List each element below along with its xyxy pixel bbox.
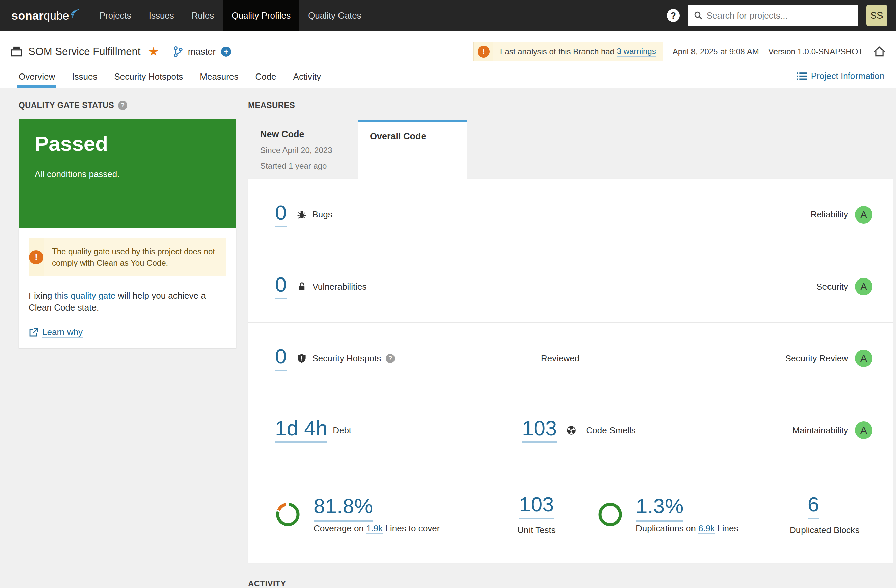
analysis-warning-box: ! Last analysis of this Branch had 3 war… — [474, 42, 663, 61]
measures-panel: MEASURES New Code Since April 20, 2023 S… — [248, 100, 893, 588]
overall-code-label: Overall Code — [370, 131, 455, 141]
security-label: Security — [816, 281, 848, 292]
security-review-rating-badge: A — [855, 349, 872, 367]
hotspots-label: Security Hotspots — [312, 353, 381, 364]
debt-label: Debt — [333, 425, 351, 436]
maintainability-rating-badge: A — [855, 421, 872, 439]
search-input[interactable] — [707, 11, 852, 21]
tab-security-hotspots[interactable]: Security Hotspots — [114, 71, 183, 88]
nav-item-quality-gates[interactable]: Quality Gates — [299, 0, 370, 31]
user-avatar[interactable]: SS — [866, 5, 887, 26]
code-smells-label: Code Smells — [586, 425, 635, 436]
coverage-donut-chart — [275, 502, 301, 527]
hotspots-help-icon[interactable]: ? — [386, 354, 395, 363]
nav-item-projects[interactable]: Projects — [91, 0, 140, 31]
project-version: Version 1.0.0-SNAPSHOT — [768, 47, 863, 56]
brand-bold: sonar — [11, 9, 44, 22]
add-branch-icon[interactable]: + — [221, 47, 231, 57]
warning-icon: ! — [29, 250, 43, 264]
quality-gate-link[interactable]: this quality gate — [55, 291, 116, 301]
duplicated-lines-link[interactable]: 6.9k — [698, 523, 715, 534]
coverage-cell: 81.8% Coverage on 1.9k Lines to cover 10… — [248, 466, 570, 563]
security-review-label: Security Review — [785, 353, 848, 364]
warnings-link[interactable]: 3 warnings — [617, 47, 656, 57]
duplications-caption-suffix: Lines — [715, 523, 738, 533]
sonar-waves-icon — [70, 8, 79, 18]
quality-gate-status: Passed — [35, 132, 220, 155]
coverage-value[interactable]: 81.8% — [314, 494, 373, 521]
duplicated-blocks-count[interactable]: 6 — [808, 494, 819, 519]
bugs-label: Bugs — [312, 210, 332, 220]
lines-to-cover-link[interactable]: 1.9k — [366, 523, 383, 534]
tab-measures[interactable]: Measures — [200, 71, 238, 88]
quality-gate-banner: Passed All conditions passed. — [18, 119, 236, 228]
hotspots-count[interactable]: 0 — [275, 346, 286, 371]
duplications-donut-chart — [597, 502, 623, 527]
code-smells-count[interactable]: 103 — [522, 418, 557, 443]
reliability-label: Reliability — [811, 210, 848, 220]
vulnerabilities-count[interactable]: 0 — [275, 274, 286, 299]
navbar-right: ? SS — [667, 0, 887, 31]
top-navbar: sonarqube Projects Issues Rules Quality … — [0, 0, 896, 31]
tab-issues[interactable]: Issues — [72, 71, 97, 88]
coverage-caption-suffix: Lines to cover — [383, 523, 440, 533]
fix-text-prefix: Fixing — [29, 291, 55, 301]
project-tabs: Overview Issues Security Hotspots Measur… — [18, 71, 338, 88]
quality-gate-help-icon[interactable]: ? — [118, 101, 127, 110]
tab-overall-code[interactable]: Overall Code — [358, 120, 468, 179]
duplications-value[interactable]: 1.3% — [636, 494, 683, 521]
new-code-label: New Code — [260, 129, 346, 140]
branch-name[interactable]: master — [188, 47, 216, 57]
bugs-row: 0 Bugs Reliability A — [248, 179, 893, 251]
nav-item-rules[interactable]: Rules — [183, 0, 223, 31]
nav-item-quality-profiles[interactable]: Quality Profiles — [223, 0, 299, 31]
code-smells-icon — [566, 425, 576, 435]
search-icon — [694, 11, 702, 20]
learn-why-link[interactable]: Learn why — [42, 327, 83, 338]
bug-icon — [297, 210, 307, 220]
tab-new-code[interactable]: New Code Since April 20, 2023 Started 1 … — [248, 120, 358, 179]
tab-code[interactable]: Code — [255, 71, 276, 88]
global-search[interactable] — [688, 5, 858, 26]
clean-as-you-code-text: The quality gate used by this project do… — [44, 239, 226, 276]
project-header: SOM Service Fulfillment ★ master + ! Las… — [0, 31, 896, 88]
branch-icon — [172, 46, 184, 57]
maintainability-row: 1d 4h Debt 103 Code Smells — [248, 394, 893, 466]
tab-activity[interactable]: Activity — [293, 71, 321, 88]
coverage-duplications-row: 81.8% Coverage on 1.9k Lines to cover 10… — [248, 466, 893, 563]
quality-gate-title: QUALITY GATE STATUS — [18, 100, 114, 110]
quality-gate-subtitle: All conditions passed. — [35, 169, 220, 179]
clean-as-you-code-note: ! The quality gate used by this project … — [29, 238, 226, 277]
overview-content: QUALITY GATE STATUS ? Passed All conditi… — [0, 88, 896, 588]
security-rating-badge: A — [855, 278, 872, 295]
security-hotspots-row: 0 Security Hotspots ? — Reviewed Securit… — [248, 322, 893, 394]
external-link-icon — [29, 328, 38, 337]
main-nav: Projects Issues Rules Quality Profiles Q… — [91, 0, 370, 31]
analysis-warning-text: Last analysis of this Branch had — [500, 47, 614, 56]
project-information-link[interactable]: Project Information — [797, 71, 885, 81]
vulnerabilities-row: 0 Vulnerabilities Security A — [248, 251, 893, 322]
quality-gate-card: ! The quality gate used by this project … — [18, 228, 236, 348]
new-code-started: Started 1 year ago — [260, 161, 346, 170]
duplicated-blocks-label: Duplicated Blocks — [790, 525, 837, 535]
unit-tests-label: Unit Tests — [513, 525, 560, 535]
unit-tests-count[interactable]: 103 — [519, 494, 554, 519]
nav-item-issues[interactable]: Issues — [140, 0, 183, 31]
home-icon[interactable] — [873, 45, 886, 58]
favorite-star-icon[interactable]: ★ — [148, 46, 158, 58]
debt-value[interactable]: 1d 4h — [275, 418, 328, 443]
tab-overview[interactable]: Overview — [18, 71, 55, 88]
activity-title: ACTIVITY — [248, 579, 286, 588]
analysis-date: April 8, 2025 at 9:08 AM — [673, 47, 759, 56]
warning-icon: ! — [477, 46, 490, 58]
help-icon[interactable]: ? — [667, 9, 680, 22]
vulnerabilities-label: Vulnerabilities — [312, 281, 367, 292]
bugs-count[interactable]: 0 — [275, 202, 286, 227]
reviewed-value: — — [522, 353, 532, 364]
list-icon — [797, 72, 807, 80]
new-code-since: Since April 20, 2023 — [260, 146, 346, 155]
reliability-rating-badge: A — [855, 206, 872, 223]
reviewed-label: Reviewed — [541, 353, 579, 364]
shield-icon — [297, 353, 307, 363]
sonarqube-logo[interactable]: sonarqube — [11, 0, 79, 31]
